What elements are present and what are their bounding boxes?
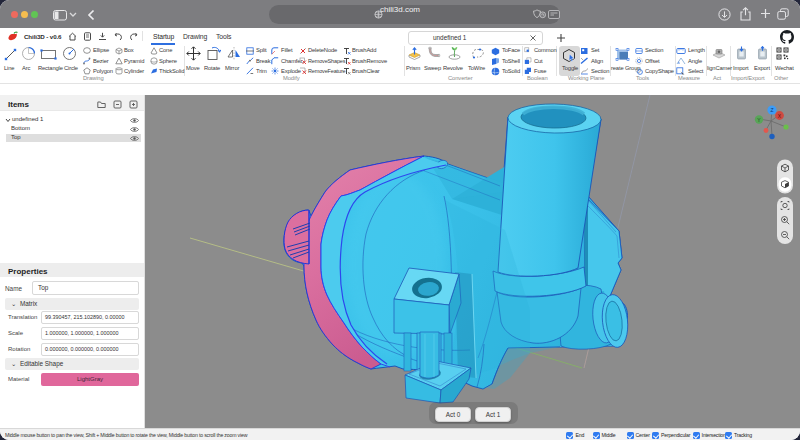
svg-text:Z: Z — [770, 107, 773, 113]
